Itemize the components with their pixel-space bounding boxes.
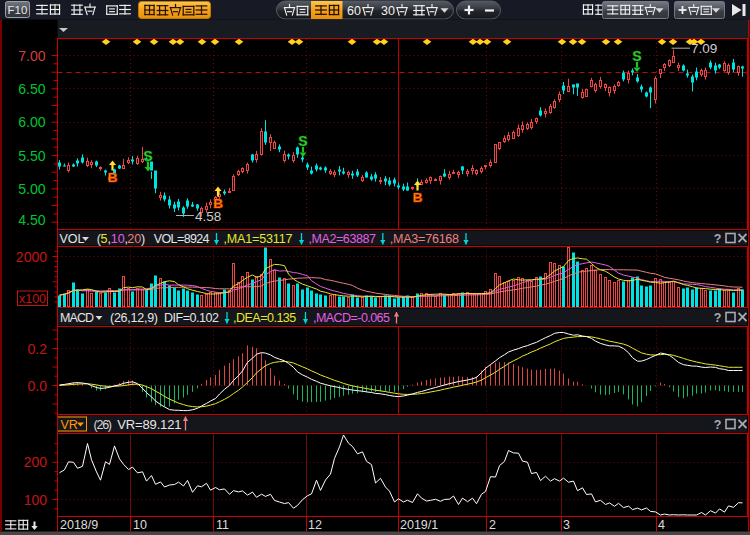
svg-text:MACD: MACD	[60, 311, 94, 325]
svg-text:,MA1=53117: ,MA1=53117	[224, 232, 293, 246]
svg-text:200: 200	[24, 454, 48, 470]
svg-text:3: 3	[563, 518, 570, 532]
svg-text:S: S	[143, 148, 152, 164]
svg-text:100: 100	[24, 492, 48, 508]
svg-text:6.50: 6.50	[18, 81, 45, 97]
svg-text:60: 60	[347, 4, 361, 18]
svg-text:2: 2	[489, 518, 496, 532]
svg-text:VOL=8924: VOL=8924	[154, 232, 210, 246]
svg-text:2000: 2000	[16, 249, 47, 265]
svg-text:B: B	[108, 170, 118, 185]
svg-text:S: S	[632, 48, 641, 64]
svg-text:(26): (26)	[94, 418, 112, 432]
svg-text:2019/1: 2019/1	[400, 518, 438, 532]
svg-text:20: 20	[127, 232, 141, 246]
svg-text:4.58: 4.58	[195, 209, 221, 224]
svg-text:VOL: VOL	[60, 232, 85, 246]
svg-text:DIF=0.102: DIF=0.102	[164, 311, 219, 325]
svg-text:?: ?	[714, 232, 722, 246]
svg-text:?: ?	[714, 311, 722, 325]
svg-text:5.50: 5.50	[18, 148, 45, 164]
svg-text:,DEA=0.135: ,DEA=0.135	[233, 311, 296, 325]
svg-text:5.00: 5.00	[18, 181, 45, 197]
svg-text:F10: F10	[8, 4, 28, 16]
svg-text:11: 11	[216, 518, 229, 532]
svg-text:?: ?	[714, 418, 722, 432]
svg-text:VR: VR	[61, 418, 78, 432]
svg-text:10: 10	[111, 232, 125, 246]
svg-text:10: 10	[133, 518, 147, 532]
svg-text:,MA3=76168: ,MA3=76168	[390, 232, 459, 246]
svg-text:,MACD=-0.065: ,MACD=-0.065	[313, 311, 390, 325]
svg-text:7.09: 7.09	[691, 41, 717, 56]
svg-text:(26,12,9): (26,12,9)	[110, 311, 158, 325]
svg-text:0.0: 0.0	[28, 378, 48, 394]
svg-text:2018/9: 2018/9	[60, 518, 98, 532]
svg-text:5: 5	[101, 232, 108, 246]
svg-text:VR=89.121: VR=89.121	[117, 417, 181, 432]
svg-text:7.00: 7.00	[18, 48, 45, 64]
svg-text:30: 30	[381, 4, 395, 18]
svg-text:4.50: 4.50	[18, 212, 45, 228]
svg-text:x100: x100	[19, 292, 46, 306]
svg-text:12: 12	[308, 518, 322, 532]
svg-text:6.00: 6.00	[18, 114, 45, 130]
svg-text:0.2: 0.2	[28, 341, 48, 357]
svg-text:): )	[141, 232, 145, 246]
svg-text:S: S	[298, 133, 307, 149]
svg-text:B: B	[413, 190, 423, 205]
svg-text:,MA2=63887: ,MA2=63887	[308, 232, 376, 246]
svg-text:4: 4	[658, 518, 665, 532]
